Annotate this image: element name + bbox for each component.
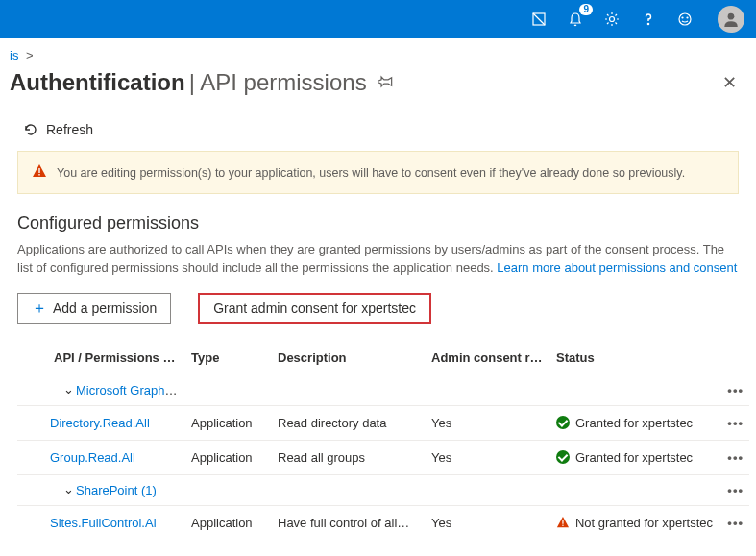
- more-icon[interactable]: •••: [719, 474, 749, 505]
- permission-type: Application: [185, 505, 272, 540]
- group-name[interactable]: Microsoft Graph (2): [76, 383, 183, 398]
- svg-point-2: [647, 23, 648, 24]
- permission-admin: Yes: [426, 505, 550, 540]
- plus-icon: ＋: [32, 302, 47, 315]
- section-description: Applications are authorized to call APIs…: [17, 241, 739, 278]
- status-badge: Granted for xpertstec: [556, 416, 713, 430]
- col-api[interactable]: API / Permissions n…: [17, 341, 185, 375]
- col-status[interactable]: Status: [550, 341, 719, 375]
- status-badge: Granted for xpertstec: [556, 450, 713, 465]
- group-name[interactable]: SharePoint (1): [76, 483, 157, 497]
- more-icon[interactable]: •••: [719, 405, 749, 440]
- grant-consent-label: Grant admin consent for xpertstec: [213, 301, 416, 316]
- chevron-down-icon: ⌄: [63, 382, 74, 397]
- permission-name[interactable]: Group.Read.All: [50, 450, 135, 465]
- add-permission-label: Add a permission: [53, 301, 157, 316]
- more-icon[interactable]: •••: [719, 505, 749, 540]
- gear-icon[interactable]: [602, 10, 622, 29]
- refresh-label: Refresh: [46, 122, 93, 137]
- breadcrumb-sep: >: [26, 48, 34, 62]
- avatar[interactable]: [718, 6, 744, 33]
- top-bar: 9: [0, 0, 756, 38]
- permission-name[interactable]: Directory.Read.All: [50, 416, 150, 430]
- chevron-down-icon: ⌄: [63, 482, 74, 496]
- check-icon: [556, 416, 570, 429]
- page-title: Authentification: [10, 69, 185, 96]
- permission-name[interactable]: Sites.FullControl.Al: [50, 516, 157, 530]
- refresh-icon: [23, 122, 38, 137]
- notifications-icon[interactable]: 9: [566, 10, 585, 29]
- more-icon[interactable]: •••: [719, 375, 749, 405]
- permission-type: Application: [185, 440, 272, 474]
- warning-icon: [556, 516, 570, 529]
- command-bar: Refresh: [0, 105, 756, 151]
- configured-permissions-section: Configured permissions Applications are …: [0, 213, 756, 540]
- help-icon[interactable]: [639, 10, 658, 29]
- svg-point-3: [679, 13, 691, 25]
- col-desc[interactable]: Description: [272, 341, 426, 375]
- panel-icon[interactable]: [529, 10, 549, 29]
- svg-rect-7: [38, 168, 39, 173]
- col-type[interactable]: Type: [185, 341, 272, 375]
- grant-consent-button[interactable]: Grant admin consent for xpertstec: [198, 293, 431, 324]
- permissions-table: API / Permissions n… Type Description Ad…: [17, 341, 749, 540]
- svg-rect-8: [38, 174, 39, 176]
- page-subtitle: | API permissions: [189, 69, 367, 96]
- permission-admin: Yes: [426, 440, 550, 474]
- status-badge: Not granted for xpertstec: [556, 516, 713, 530]
- svg-point-4: [682, 17, 683, 18]
- learn-more-link[interactable]: Learn more about permissions and consent: [497, 260, 737, 275]
- refresh-button[interactable]: Refresh: [23, 122, 93, 137]
- table-row: Group.Read.All Application Read all grou…: [17, 440, 749, 474]
- table-row: Sites.FullControl.Al Application Have fu…: [17, 505, 749, 540]
- more-icon[interactable]: •••: [719, 440, 749, 474]
- notification-count: 9: [579, 4, 593, 15]
- group-row[interactable]: ⌄Microsoft Graph (2)•••: [17, 375, 749, 405]
- close-icon[interactable]: ✕: [719, 68, 741, 97]
- add-permission-button[interactable]: ＋ Add a permission: [17, 293, 171, 324]
- warning-text: You are editing permission(s) to your ap…: [57, 166, 685, 180]
- feedback-icon[interactable]: [675, 10, 695, 29]
- permission-type: Application: [185, 405, 272, 440]
- check-icon: [556, 450, 570, 464]
- button-row: ＋ Add a permission Grant admin consent f…: [17, 293, 739, 324]
- warning-banner: You are editing permission(s) to your ap…: [17, 151, 739, 194]
- title-bar: Authentification | API permissions ✕: [0, 62, 756, 105]
- table-header-row: API / Permissions n… Type Description Ad…: [17, 341, 749, 375]
- svg-point-1: [610, 17, 615, 22]
- permission-admin: Yes: [426, 405, 550, 440]
- permission-desc: Read all groups: [272, 440, 426, 474]
- group-row[interactable]: ⌄SharePoint (1)•••: [17, 474, 749, 505]
- col-admin[interactable]: Admin consent req…: [426, 341, 550, 375]
- svg-rect-9: [562, 520, 563, 524]
- breadcrumb: is >: [0, 38, 756, 62]
- permission-desc: Have full control of all…: [272, 505, 426, 540]
- breadcrumb-item[interactable]: is: [10, 48, 18, 62]
- svg-point-6: [728, 13, 735, 20]
- warning-icon: [32, 163, 47, 181]
- table-row: Directory.Read.All Application Read dire…: [17, 405, 749, 440]
- svg-point-5: [687, 17, 688, 18]
- pin-icon[interactable]: [378, 74, 394, 92]
- section-heading: Configured permissions: [17, 213, 739, 233]
- permission-desc: Read directory data: [272, 405, 426, 440]
- svg-rect-10: [562, 525, 563, 526]
